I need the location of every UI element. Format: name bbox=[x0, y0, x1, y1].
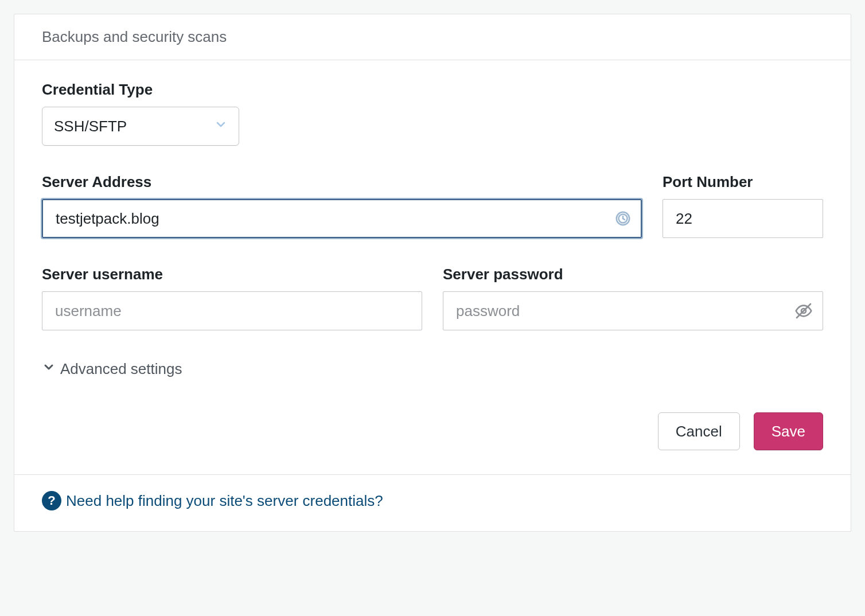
card-footer: ? Need help finding your site's server c… bbox=[14, 474, 851, 531]
help-link[interactable]: ? Need help finding your site's server c… bbox=[42, 491, 383, 510]
eye-off-icon[interactable] bbox=[794, 302, 813, 320]
server-username-input[interactable] bbox=[42, 291, 422, 330]
port-number-field: Port Number bbox=[663, 173, 823, 238]
form-actions: Cancel Save bbox=[42, 412, 823, 450]
card-title: Backups and security scans bbox=[42, 28, 227, 45]
credential-type-field: Credential Type SSH/SFTP bbox=[42, 81, 823, 146]
server-password-input-wrap bbox=[443, 291, 823, 330]
server-password-field: Server password bbox=[443, 266, 823, 330]
card-body: Credential Type SSH/SFTP Server Address bbox=[14, 60, 851, 474]
help-icon: ? bbox=[42, 491, 61, 510]
cancel-button[interactable]: Cancel bbox=[658, 412, 740, 450]
history-icon bbox=[614, 210, 632, 227]
credential-type-select-wrap: SSH/SFTP bbox=[42, 107, 239, 146]
server-address-label: Server Address bbox=[42, 173, 642, 191]
server-password-label: Server password bbox=[443, 266, 823, 283]
server-username-label: Server username bbox=[42, 266, 422, 283]
port-number-input[interactable] bbox=[663, 199, 823, 238]
credentials-row: Server username Server password bbox=[42, 266, 823, 330]
card-header: Backups and security scans bbox=[14, 14, 851, 60]
advanced-settings-toggle[interactable]: Advanced settings bbox=[42, 360, 182, 378]
port-number-label: Port Number bbox=[663, 173, 823, 191]
server-username-field: Server username bbox=[42, 266, 422, 330]
server-address-input[interactable] bbox=[42, 199, 642, 238]
chevron-down-icon bbox=[42, 360, 56, 378]
server-password-input[interactable] bbox=[443, 291, 823, 330]
server-address-field: Server Address bbox=[42, 173, 642, 238]
address-port-row: Server Address Port Number bbox=[42, 173, 823, 238]
credential-type-select[interactable]: SSH/SFTP bbox=[42, 107, 239, 146]
help-link-text: Need help finding your site's server cre… bbox=[66, 492, 383, 510]
server-address-input-wrap bbox=[42, 199, 642, 238]
save-button[interactable]: Save bbox=[754, 412, 823, 450]
advanced-settings-label: Advanced settings bbox=[60, 360, 182, 378]
settings-card: Backups and security scans Credential Ty… bbox=[14, 14, 851, 532]
credential-type-label: Credential Type bbox=[42, 81, 823, 99]
